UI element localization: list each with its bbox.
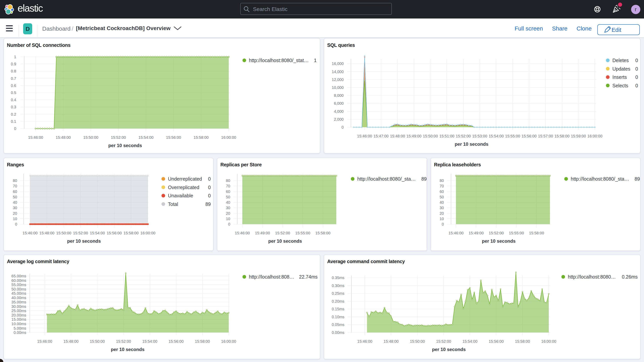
svg-text:0: 0	[15, 222, 17, 226]
svg-text:14,000: 14,000	[332, 70, 344, 74]
svg-text:15:54:00: 15:54:00	[138, 135, 154, 140]
svg-text:89: 89	[421, 176, 427, 182]
svg-text:15:52:00: 15:52:00	[275, 231, 290, 235]
svg-text:15:56:00: 15:56:00	[522, 134, 536, 138]
svg-text:0.6: 0.6	[11, 84, 16, 88]
svg-text:per 10 seconds: per 10 seconds	[432, 347, 466, 352]
svg-text:Number of SQL connections: Number of SQL connections	[7, 42, 70, 48]
svg-text:15:51:00: 15:51:00	[440, 134, 454, 138]
svg-text:15:57:00: 15:57:00	[538, 134, 553, 138]
svg-text:15:56:00: 15:56:00	[107, 231, 122, 235]
svg-text:0.00ms: 0.00ms	[14, 330, 26, 335]
svg-text:Updates: Updates	[612, 66, 630, 72]
svg-text:0: 0	[635, 66, 638, 72]
svg-text:per 10 seconds: per 10 seconds	[111, 347, 144, 352]
svg-text:15:53:00: 15:53:00	[472, 134, 487, 138]
svg-text:0.5: 0.5	[11, 90, 16, 95]
svg-text:60: 60	[440, 190, 444, 194]
svg-text:Replicas per Store: Replicas per Store	[220, 162, 262, 167]
svg-text:20: 20	[13, 211, 17, 216]
svg-text:Average log commit latency: Average log commit latency	[7, 259, 70, 264]
svg-text:22.74ms: 22.74ms	[299, 274, 318, 280]
svg-text:1: 1	[314, 58, 316, 63]
svg-text:Replica leaseholders: Replica leaseholders	[434, 162, 481, 167]
svg-text:0: 0	[14, 126, 16, 131]
svg-text:http://localhost:8080/_sta…: http://localhost:8080/_sta…	[571, 176, 629, 182]
svg-text:50.00ms: 50.00ms	[12, 287, 26, 291]
svg-text:15:50:00: 15:50:00	[83, 135, 98, 140]
svg-text:10: 10	[13, 217, 17, 221]
svg-text:16:00:00: 16:00:00	[221, 339, 236, 344]
svg-text:10: 10	[226, 217, 230, 221]
svg-text:10: 10	[440, 217, 444, 221]
svg-text:40: 40	[440, 200, 444, 204]
svg-text:0.9: 0.9	[11, 62, 16, 66]
svg-text:15:49:00: 15:49:00	[255, 231, 270, 235]
svg-text:0.1: 0.1	[11, 119, 16, 124]
svg-text:15:46:00: 15:46:00	[357, 134, 372, 138]
svg-text:15:58:00: 15:58:00	[124, 231, 139, 235]
svg-text:15:46:00: 15:46:00	[357, 339, 372, 344]
svg-text:15:47:00: 15:47:00	[374, 134, 388, 138]
svg-text:5.00ms: 5.00ms	[14, 326, 26, 330]
svg-text:15:54:00: 15:54:00	[90, 231, 105, 235]
svg-text:Selects: Selects	[612, 83, 628, 88]
svg-text:0: 0	[635, 83, 638, 88]
svg-text:15:50:00: 15:50:00	[410, 339, 425, 344]
svg-text:50: 50	[226, 195, 230, 199]
svg-text:16:00:00: 16:00:00	[221, 135, 236, 140]
svg-text:30: 30	[13, 206, 17, 210]
svg-text:15:46:00: 15:46:00	[448, 231, 464, 235]
svg-text:SQL queries: SQL queries	[327, 42, 355, 48]
svg-text:15:49:00: 15:49:00	[468, 231, 484, 235]
svg-text:15:54:00: 15:54:00	[462, 339, 478, 344]
svg-text:15:48:00: 15:48:00	[64, 339, 78, 344]
svg-text:0.25ms: 0.25ms	[332, 291, 344, 296]
svg-text:per 10 seconds: per 10 seconds	[455, 142, 488, 147]
svg-text:65.00ms: 65.00ms	[12, 274, 26, 278]
svg-text:40.00ms: 40.00ms	[12, 296, 26, 300]
svg-text:0.30ms: 0.30ms	[332, 284, 344, 288]
svg-text:15:56:00: 15:56:00	[488, 339, 504, 344]
svg-text:http://localhost:8080/_stat…: http://localhost:8080/_stat…	[249, 58, 309, 63]
svg-text:15:56:00: 15:56:00	[168, 339, 184, 344]
svg-text:http://localhost:808…: http://localhost:808…	[249, 274, 294, 280]
svg-text:15:46:00: 15:46:00	[235, 231, 250, 235]
svg-text:15:48:00: 15:48:00	[56, 135, 71, 140]
svg-text:55.00ms: 55.00ms	[12, 282, 26, 287]
svg-text:0: 0	[342, 125, 344, 129]
svg-text:60.00ms: 60.00ms	[12, 278, 26, 282]
svg-text:per 10 seconds: per 10 seconds	[67, 238, 101, 244]
svg-text:0: 0	[208, 193, 211, 198]
svg-text:0.3: 0.3	[11, 105, 16, 109]
svg-text:40: 40	[13, 200, 17, 204]
svg-text:15:56:00: 15:56:00	[166, 135, 181, 140]
svg-text:15:58:00: 15:58:00	[195, 339, 210, 344]
svg-text:15:58:00: 15:58:00	[316, 231, 330, 235]
svg-text:80: 80	[226, 178, 230, 183]
svg-text:70: 70	[226, 184, 230, 188]
svg-text:16,000: 16,000	[332, 62, 344, 66]
svg-text:20.00ms: 20.00ms	[12, 313, 26, 317]
svg-text:50: 50	[13, 195, 17, 199]
svg-text:15:54:00: 15:54:00	[488, 134, 504, 138]
svg-text:0.7: 0.7	[11, 76, 16, 80]
svg-text:0: 0	[228, 222, 230, 226]
svg-text:15:55:00: 15:55:00	[509, 231, 524, 235]
svg-text:15:52:00: 15:52:00	[489, 231, 504, 235]
svg-text:60: 60	[13, 190, 17, 194]
svg-text:0.8: 0.8	[11, 69, 16, 73]
svg-text:10,000: 10,000	[332, 86, 344, 90]
svg-text:15:48:00: 15:48:00	[39, 231, 54, 235]
svg-text:Underreplicated: Underreplicated	[168, 176, 202, 182]
svg-text:70: 70	[440, 184, 444, 188]
svg-text:15:46:00: 15:46:00	[37, 339, 52, 344]
svg-text:15:59:00: 15:59:00	[571, 134, 586, 138]
svg-text:40: 40	[226, 200, 230, 204]
svg-text:0.05ms: 0.05ms	[332, 322, 344, 327]
svg-text:0.35ms: 0.35ms	[332, 276, 344, 280]
svg-text:16:00:00: 16:00:00	[587, 134, 602, 138]
svg-text:30.00ms: 30.00ms	[12, 304, 26, 308]
svg-text:2,000: 2,000	[334, 117, 344, 122]
svg-text:Average command commit latency: Average command commit latency	[327, 259, 405, 264]
